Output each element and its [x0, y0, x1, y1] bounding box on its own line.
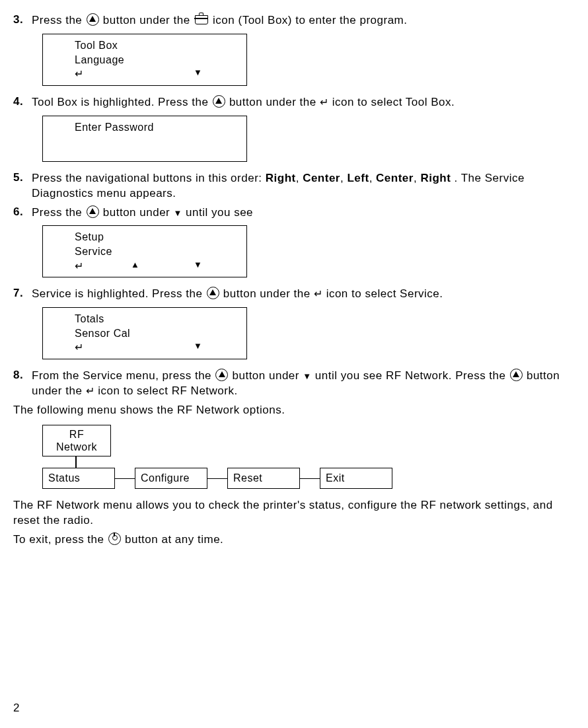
display-box-3: Tool Box Language ↵ ▼	[42, 34, 247, 86]
text: until you see	[186, 206, 253, 219]
step-body: Service is highlighted. Press the button…	[32, 287, 568, 302]
enter-icon: ↵	[75, 340, 84, 355]
text: icon to select Service.	[326, 287, 443, 300]
text: button under	[103, 206, 174, 219]
down-icon: ▼	[194, 340, 202, 355]
text: From the Service menu, press the	[32, 369, 215, 382]
display-line: Enter Password	[75, 120, 240, 135]
triangle-button-icon	[87, 13, 99, 26]
down-icon: ▼	[173, 208, 182, 218]
text: ,	[414, 172, 420, 184]
display-line: Setup	[75, 230, 240, 244]
paragraph: The following menu shows the RF Network …	[13, 403, 568, 418]
display-line: Sensor Cal	[75, 326, 240, 341]
display-box-4: Enter Password	[42, 116, 247, 162]
step-7: 7. Service is highlighted. Press the but…	[13, 287, 568, 302]
text: ,	[296, 172, 303, 184]
text: button under the	[229, 96, 320, 108]
tree-connector	[115, 478, 135, 479]
text: Press the	[32, 206, 86, 219]
enter-icon: ↵	[86, 385, 95, 396]
tree-node-status: Status	[42, 468, 115, 489]
down-icon: ▼	[194, 67, 202, 81]
triangle-button-icon	[215, 369, 228, 381]
display-box-6: Setup Service ↵ ▲ ▼	[42, 225, 247, 277]
step-5: 5. Press the navigational buttons in thi…	[13, 171, 568, 201]
tree-connector	[300, 478, 320, 479]
triangle-button-icon	[213, 95, 225, 108]
text: Press the navigational buttons in this o…	[32, 172, 266, 184]
text: icon to select RF Network.	[98, 384, 237, 397]
display-line: Language	[75, 53, 240, 67]
step-number: 6.	[13, 205, 32, 221]
triangle-button-icon	[510, 369, 523, 381]
display-line: Service	[75, 244, 240, 259]
text: Network	[47, 441, 106, 453]
feed-button-icon	[108, 532, 121, 545]
text: icon to select Tool Box.	[332, 96, 455, 108]
display-line: Totals	[75, 312, 240, 326]
tree-node-reset: Reset	[227, 468, 300, 489]
display-softkeys: ↵ ▲ ▼	[75, 259, 240, 273]
text: button under the	[223, 287, 314, 300]
step-number: 3.	[13, 13, 32, 28]
display-box-7: Totals Sensor Cal ↵ ▼	[42, 307, 247, 359]
step-4: 4. Tool Box is highlighted. Press the bu…	[13, 95, 568, 110]
step-body: Tool Box is highlighted. Press the butto…	[32, 95, 568, 110]
up-icon: ▲	[131, 259, 139, 273]
text: Tool Box is highlighted. Press the	[32, 96, 212, 108]
text: button under	[233, 369, 303, 382]
display-line: Tool Box	[75, 38, 240, 53]
text: until you see RF Network. Press the	[315, 369, 509, 382]
tree-node-exit: Exit	[320, 468, 392, 489]
tree-root: RF Network	[42, 425, 111, 456]
step-number: 8.	[13, 369, 32, 399]
tree-children: Status Configure Reset Exit	[42, 468, 568, 489]
text: To exit, press the	[13, 533, 108, 546]
text: Press the	[32, 14, 86, 26]
text: button at any time.	[125, 533, 223, 546]
text: ,	[340, 172, 347, 184]
text: Service is highlighted. Press the	[32, 287, 206, 300]
triangle-button-icon	[87, 205, 99, 218]
bold-text: Center	[376, 172, 414, 184]
text: icon (Tool Box) to enter the program.	[213, 14, 407, 26]
step-number: 7.	[13, 287, 32, 302]
enter-icon: ↵	[320, 96, 329, 108]
step-number: 4.	[13, 95, 32, 110]
enter-icon: ↵	[75, 259, 84, 273]
enter-icon: ↵	[75, 67, 84, 81]
rf-network-menu-tree: RF Network Status Configure Reset Exit	[42, 425, 568, 489]
paragraph: The RF Network menu allows you to check …	[13, 498, 568, 528]
step-6: 6. Press the button under ▼ until you se…	[13, 205, 568, 221]
paragraph: To exit, press the button at any time.	[13, 532, 568, 548]
step-number: 5.	[13, 171, 32, 201]
step-3: 3. Press the button under the icon (Tool…	[13, 13, 568, 28]
tree-connector	[75, 456, 77, 468]
step-body: Press the navigational buttons in this o…	[32, 171, 568, 201]
triangle-button-icon	[207, 287, 219, 299]
down-icon: ▼	[194, 259, 202, 273]
step-body: Press the button under the icon (Tool Bo…	[32, 13, 568, 28]
text: ,	[369, 172, 376, 184]
tree-connector	[207, 478, 227, 479]
down-icon: ▼	[303, 371, 311, 381]
step-body: Press the button under ▼ until you see	[32, 205, 568, 221]
bold-text: Right	[420, 172, 451, 184]
display-softkeys: ↵ ▼	[75, 67, 240, 81]
step-8: 8. From the Service menu, press the butt…	[13, 369, 568, 399]
enter-icon: ↵	[314, 288, 323, 299]
bold-text: Center	[303, 172, 340, 184]
tree-node-configure: Configure	[135, 468, 207, 489]
display-softkeys: ↵ ▼	[75, 340, 240, 355]
bold-text: Left	[347, 172, 369, 184]
toolbox-icon	[195, 15, 208, 24]
text: RF	[47, 428, 106, 441]
text: button under the	[103, 14, 194, 26]
step-body: From the Service menu, press the button …	[32, 369, 568, 399]
bold-text: Right	[266, 172, 296, 184]
